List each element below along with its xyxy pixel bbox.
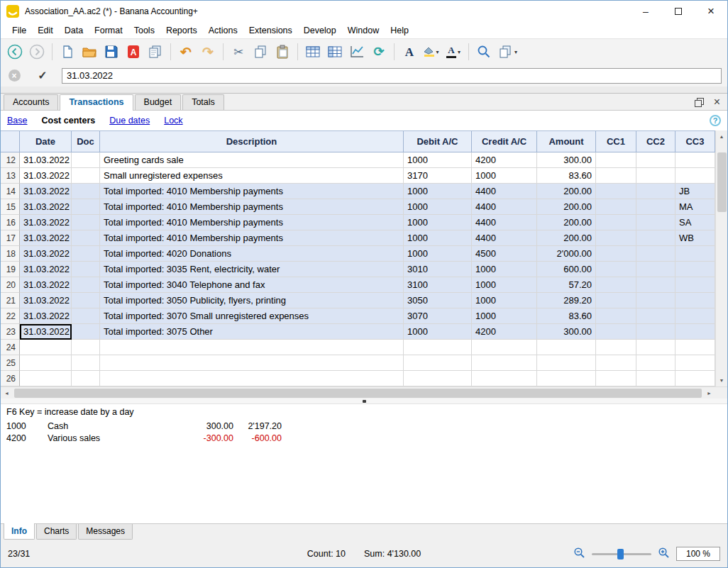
cell-credit[interactable] — [472, 340, 537, 355]
open-file-button[interactable] — [79, 42, 99, 62]
cell-credit[interactable]: 1000 — [472, 168, 537, 184]
cell-doc[interactable] — [72, 293, 100, 308]
cell-cc2[interactable] — [636, 340, 675, 355]
cell-cc3[interactable] — [675, 168, 715, 184]
cell-credit[interactable]: 1000 — [472, 293, 537, 308]
cell-description[interactable]: Greeting cards sale — [100, 152, 404, 168]
reject-edit-button[interactable]: × — [5, 67, 23, 85]
cell-doc[interactable] — [72, 230, 100, 246]
cell-debit[interactable]: 3010 — [404, 262, 472, 277]
menu-tools[interactable]: Tools — [128, 23, 160, 38]
cell-debit[interactable]: 3170 — [404, 168, 472, 184]
cell-cc2[interactable] — [636, 324, 675, 340]
cell-description[interactable]: Total imported: 3035 Rent, electricity, … — [100, 262, 404, 277]
cell-credit[interactable]: 4200 — [472, 152, 537, 168]
cell-description[interactable]: Total imported: 3070 Small unregistered … — [100, 308, 404, 324]
cell-credit[interactable]: 1000 — [472, 277, 537, 293]
background-color-button[interactable]: ▾ — [421, 42, 441, 62]
cell-cc2[interactable] — [636, 199, 675, 215]
column-header-amount[interactable]: Amount — [537, 131, 596, 152]
cell-doc[interactable] — [72, 308, 100, 324]
cell-cc2[interactable] — [636, 277, 675, 293]
cell-cc1[interactable] — [596, 293, 636, 308]
splitter-handle-icon[interactable] — [363, 400, 366, 403]
cell-debit[interactable]: 1000 — [404, 215, 472, 230]
cell-cc3[interactable] — [675, 152, 715, 168]
bottom-tab-messages[interactable]: Messages — [78, 524, 133, 540]
save-button[interactable] — [101, 42, 121, 62]
cell-amount[interactable] — [537, 355, 596, 371]
scroll-down-icon[interactable]: ▼ — [716, 374, 728, 386]
cell-date[interactable]: 31.03.2022 — [20, 293, 72, 308]
cell-doc[interactable] — [72, 152, 100, 168]
print-button[interactable] — [145, 42, 165, 62]
help-icon[interactable]: ? — [710, 115, 721, 126]
cell-debit[interactable]: 3100 — [404, 277, 472, 293]
cell-cc1[interactable] — [596, 308, 636, 324]
recalculate-button[interactable]: ⟳ — [369, 42, 389, 62]
row-number[interactable]: 20 — [1, 277, 20, 293]
cell-debit[interactable]: 1000 — [404, 152, 472, 168]
scroll-right-icon[interactable]: ► — [703, 387, 715, 399]
cell-description[interactable]: Total imported: 4010 Membership payments — [100, 230, 404, 246]
row-number[interactable]: 23 — [1, 324, 20, 340]
cell-date[interactable]: 31.03.2022 — [20, 230, 72, 246]
cell-date[interactable]: 31.03.2022 — [20, 246, 72, 262]
cell-cc1[interactable] — [596, 168, 636, 184]
cell-date[interactable] — [20, 340, 72, 355]
row-number[interactable]: 12 — [1, 152, 20, 168]
column-header-date[interactable]: Date — [20, 131, 72, 152]
cell-debit[interactable]: 1000 — [404, 246, 472, 262]
cell-cc3[interactable]: JB — [675, 184, 715, 199]
cell-credit[interactable]: 4500 — [472, 246, 537, 262]
cell-debit[interactable]: 3070 — [404, 308, 472, 324]
zoom-out-button[interactable] — [573, 547, 585, 561]
menu-format[interactable]: Format — [89, 23, 128, 38]
cell-amount[interactable]: 200.00 — [537, 199, 596, 215]
scroll-left-icon[interactable]: ◄ — [1, 387, 13, 399]
menu-data[interactable]: Data — [59, 23, 89, 38]
cell-cc2[interactable] — [636, 262, 675, 277]
column-header-cc1[interactable]: CC1 — [596, 131, 636, 152]
cell-cc2[interactable] — [636, 355, 675, 371]
cell-cc2[interactable] — [636, 371, 675, 386]
export-pdf-button[interactable]: A — [123, 42, 143, 62]
cell-amount[interactable]: 83.60 — [537, 308, 596, 324]
cell-credit[interactable]: 4400 — [472, 199, 537, 215]
cell-date[interactable]: 31.03.2022 — [20, 184, 72, 199]
row-number[interactable]: 26 — [1, 371, 20, 386]
cell-cc1[interactable] — [596, 215, 636, 230]
cell-credit[interactable] — [472, 355, 537, 371]
cell-cc1[interactable] — [596, 199, 636, 215]
cut-button[interactable]: ✂ — [228, 42, 248, 62]
cell-amount[interactable]: 200.00 — [537, 215, 596, 230]
cell-doc[interactable] — [72, 184, 100, 199]
horizontal-scrollbar[interactable]: ◄ ► — [1, 386, 727, 399]
cell-cc3[interactable] — [675, 324, 715, 340]
cell-date[interactable]: 31.03.2022 — [20, 262, 72, 277]
cell-cc2[interactable] — [636, 184, 675, 199]
cell-cc2[interactable] — [636, 168, 675, 184]
cell-description[interactable]: Total imported: 4010 Membership payments — [100, 199, 404, 215]
horizontal-scrollbar-thumb[interactable] — [14, 389, 702, 398]
menu-reports[interactable]: Reports — [160, 23, 203, 38]
cell-description[interactable] — [100, 371, 404, 386]
cell-amount[interactable]: 300.00 — [537, 152, 596, 168]
maximize-button[interactable] — [662, 1, 695, 22]
zoom-level[interactable]: 100 % — [676, 547, 720, 561]
tab-totals[interactable]: Totals — [182, 94, 224, 110]
view-link-base[interactable]: Base — [7, 116, 28, 126]
cell-cc1[interactable] — [596, 355, 636, 371]
panel-splitter[interactable] — [1, 399, 727, 404]
cell-credit[interactable]: 1000 — [472, 262, 537, 277]
cell-cc3[interactable] — [675, 340, 715, 355]
row-number[interactable]: 24 — [1, 340, 20, 355]
cell-cc1[interactable] — [596, 324, 636, 340]
cell-doc[interactable] — [72, 199, 100, 215]
cell-amount[interactable]: 289.20 — [537, 293, 596, 308]
cell-cc2[interactable] — [636, 230, 675, 246]
new-file-button[interactable] — [57, 42, 77, 62]
cell-description[interactable]: Total imported: 4020 Donations — [100, 246, 404, 262]
undo-button[interactable]: ↶ — [176, 42, 196, 62]
cell-description[interactable]: Total imported: 3050 Publicity, flyers, … — [100, 293, 404, 308]
